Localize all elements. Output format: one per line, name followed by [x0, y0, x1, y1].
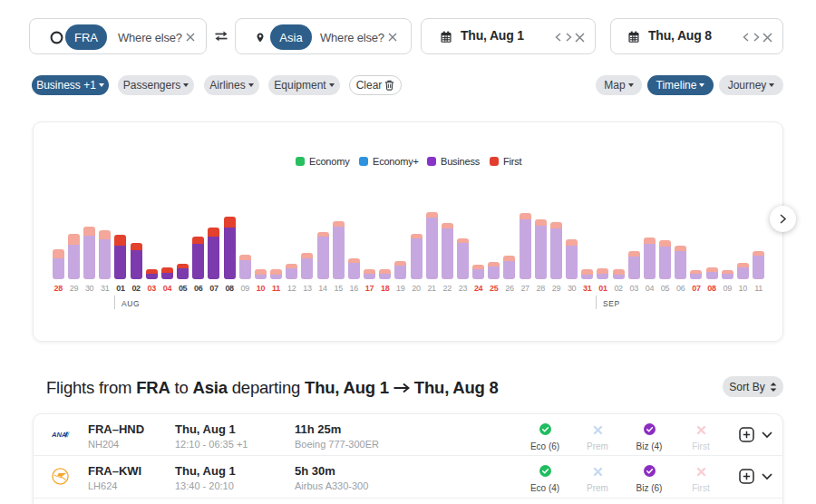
svg-text:ANA: ANA	[52, 431, 66, 439]
